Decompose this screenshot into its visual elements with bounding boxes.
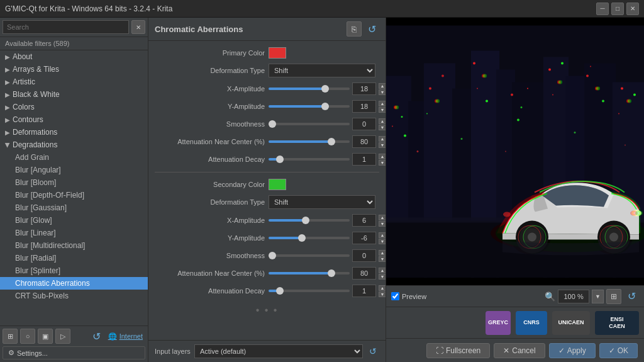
zoom-fit-button[interactable]: ⊞ [606, 289, 621, 304]
atten-decay2-spinbox[interactable] [352, 285, 376, 297]
preview-label[interactable]: Preview [402, 293, 426, 300]
x-amplitude-up-arrow[interactable]: ▲ [379, 83, 386, 89]
add-filter-button[interactable]: ⊞ [3, 329, 18, 344]
sidebar-item-contours[interactable]: ▶ Contours [0, 113, 148, 126]
smoothness-slider-container: ▲ ▼ [269, 118, 386, 130]
sidebar-item-blur-angular[interactable]: Blur [Angular] [0, 164, 148, 176]
sidebar-item-blur-splinter[interactable]: Blur [Splinter] [0, 264, 148, 277]
deformation-type2-select[interactable]: Shift Radial Uniform [269, 195, 375, 209]
y-amplitude2-slider[interactable] [269, 237, 350, 239]
run-button[interactable]: ▷ [55, 329, 70, 344]
atten-decay2-up-arrow[interactable]: ▲ [379, 285, 386, 291]
search-input[interactable] [3, 20, 129, 34]
sidebar-item-crt[interactable]: CRT Sub-Pixels [0, 290, 148, 302]
secondary-color-swatch[interactable] [269, 179, 286, 190]
atten-decay-slider[interactable] [269, 158, 350, 161]
apply-button[interactable]: ✓ Apply [549, 343, 596, 358]
sidebar-item-blur-dof[interactable]: Blur [Depth-Of-Field] [0, 189, 148, 201]
sidebar-item-blur-bloom[interactable]: Blur [Bloom] [0, 176, 148, 189]
smoothness2-up-arrow[interactable]: ▲ [379, 250, 386, 256]
sidebar-item-about[interactable]: ▶ About [0, 50, 148, 63]
sidebar-item-black-white[interactable]: ▶ Black & White [0, 88, 148, 101]
arrow-icon: ▶ [4, 142, 11, 147]
smoothness-spinbox[interactable] [352, 118, 376, 130]
sidebar-item-blur-glow[interactable]: Blur [Glow] [0, 214, 148, 227]
atten-near2-spinbox[interactable] [352, 267, 376, 280]
sidebar-item-label: Deformations [13, 128, 57, 137]
x-amplitude-slider[interactable] [269, 88, 350, 90]
atten-decay2-slider[interactable] [269, 290, 350, 292]
input-layers-select[interactable]: Active (default) All Active & below Acti… [194, 344, 363, 358]
filter-view-button[interactable]: ▣ [38, 329, 53, 344]
x-amplitude-spinbox[interactable] [352, 82, 376, 95]
refresh-button[interactable]: ↺ [91, 330, 103, 342]
smoothness-down-arrow[interactable]: ▼ [379, 125, 386, 130]
svg-point-67 [609, 233, 618, 242]
y-amplitude-down-arrow[interactable]: ▼ [379, 107, 386, 113]
filter-options-button[interactable]: ○ [20, 329, 35, 344]
internet-link[interactable]: 🌐 Internet [106, 331, 145, 342]
sidebar-item-blur-linear[interactable]: Blur [Linear] [0, 227, 148, 239]
atten-decay-spinbox[interactable] [352, 153, 376, 166]
y-amplitude-up-arrow[interactable]: ▲ [379, 101, 386, 106]
cancel-button[interactable]: ✕ Cancel [494, 343, 545, 358]
search-bar: ✕ [0, 18, 148, 37]
smoothness2-slider[interactable] [269, 254, 350, 257]
atten-near-spinbox[interactable] [352, 135, 376, 148]
deformation-type-select[interactable]: Shift Radial Uniform [269, 64, 375, 77]
sidebar-item-blur-multi[interactable]: Blur [Multidirectional] [0, 239, 148, 252]
x-amplitude2-up-arrow[interactable]: ▲ [379, 215, 386, 220]
atten-near2-up-arrow[interactable]: ▲ [379, 268, 386, 273]
atten-near2-down-arrow[interactable]: ▼ [379, 274, 386, 280]
maximize-button[interactable]: □ [611, 3, 624, 15]
title-bar-controls: ─ □ ✕ [596, 3, 639, 15]
minimize-button[interactable]: ─ [596, 3, 609, 15]
copy-filter-button[interactable]: ⎘ [347, 21, 362, 37]
y-amplitude-spinbox[interactable] [352, 100, 376, 113]
main-container: ✕ Available filters (589) ▶ About ▶ Arra… [0, 18, 644, 362]
x-amplitude-down-arrow[interactable]: ▼ [379, 89, 386, 95]
smoothness-up-arrow[interactable]: ▲ [379, 118, 386, 124]
section-divider [155, 172, 379, 173]
sidebar-item-arrays[interactable]: ▶ Arrays & Tiles [0, 63, 148, 76]
atten-decay2-down-arrow[interactable]: ▼ [379, 291, 386, 297]
sidebar-item-chromatic[interactable]: Chromatic Aberrations [0, 277, 148, 290]
x-amplitude2-spinbox[interactable] [352, 214, 376, 227]
sidebar-item-colors[interactable]: ▶ Colors [0, 101, 148, 113]
atten-near-slider[interactable] [269, 140, 350, 143]
sidebar-item-blur-gaussian[interactable]: Blur [Gaussian] [0, 201, 148, 214]
atten-near-down-arrow[interactable]: ▼ [379, 142, 386, 148]
zoom-refresh-button[interactable]: ↺ [624, 289, 639, 304]
smoothness2-spinbox[interactable] [352, 249, 376, 262]
sidebar-item-add-grain[interactable]: Add Grain [0, 151, 148, 164]
atten-near2-slider[interactable] [269, 272, 350, 274]
primary-color-swatch[interactable] [269, 47, 286, 59]
smoothness2-down-arrow[interactable]: ▼ [379, 256, 386, 262]
y-amplitude2-spinbox[interactable] [352, 232, 376, 244]
x-amplitude2-down-arrow[interactable]: ▼ [379, 221, 386, 227]
smoothness-slider[interactable] [269, 123, 350, 125]
y-amplitude2-up-arrow[interactable]: ▲ [379, 232, 386, 238]
input-layers-refresh-button[interactable]: ↺ [367, 345, 379, 358]
x-amplitude2-slider[interactable] [269, 219, 350, 222]
sidebar-item-blur-radial[interactable]: Blur [Radial] [0, 252, 148, 264]
preview-checkbox[interactable] [391, 292, 399, 300]
search-clear-button[interactable]: ✕ [131, 20, 145, 34]
atten-decay-down-arrow[interactable]: ▼ [379, 160, 386, 166]
atten-decay-up-arrow[interactable]: ▲ [379, 154, 386, 159]
sidebar-item-artistic[interactable]: ▶ Artistic [0, 76, 148, 88]
refresh-filter-button[interactable]: ↺ [364, 21, 379, 37]
atten-near-up-arrow[interactable]: ▲ [379, 136, 386, 142]
zoom-dropdown-button[interactable]: ▼ [592, 290, 604, 303]
sidebar-item-deformations[interactable]: ▶ Deformations [0, 126, 148, 139]
ok-button[interactable]: ✓ OK [599, 343, 638, 358]
y-amplitude2-label: Y-Amplitude [155, 234, 265, 242]
ok-label: OK [618, 346, 628, 355]
unicaen-logo-text: UNICAEN [558, 319, 584, 326]
close-button[interactable]: ✕ [626, 3, 639, 15]
fullscreen-button[interactable]: ⛶ Fullscreen [426, 343, 490, 358]
settings-button[interactable]: ⚙ Settings... [3, 346, 145, 359]
y-amplitude2-down-arrow[interactable]: ▼ [379, 239, 386, 244]
sidebar-item-degradations[interactable]: ▶ Degradations [0, 139, 148, 151]
y-amplitude-slider[interactable] [269, 105, 350, 108]
